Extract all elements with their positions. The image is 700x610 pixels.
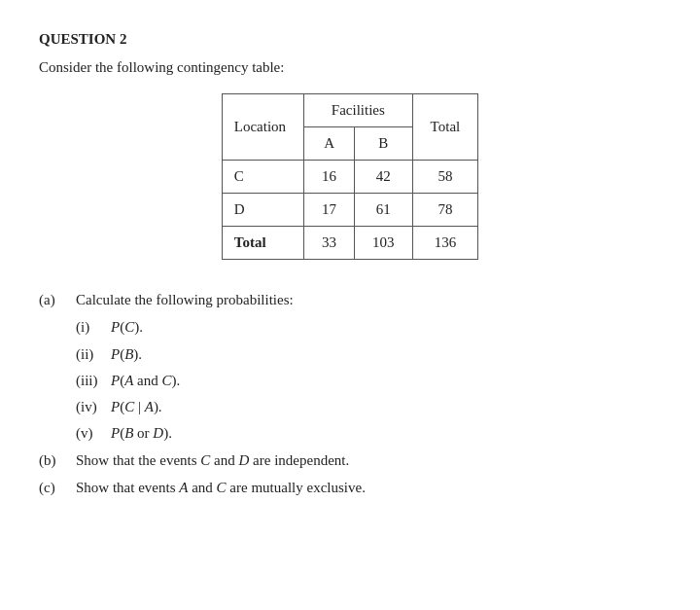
sub-part-i: (i) P(C). (76, 314, 661, 340)
row-label-total: Total (222, 227, 303, 260)
sub-part-v: (v) P(B or D). (76, 420, 661, 446)
table-row: D 17 61 78 (222, 194, 477, 227)
part-a: (a) Calculate the following probabilitie… (39, 287, 661, 312)
table-row-total: Total 33 103 136 (222, 227, 477, 260)
sub-part-iii: (iii) P(A and C). (76, 368, 661, 393)
cell-total-a: 33 (304, 227, 355, 260)
sub-parts-a: (i) P(C). (ii) P(B). (iii) P(A and C). (… (76, 314, 661, 446)
part-c-text: Show that events A and C are mutually ex… (76, 475, 366, 500)
part-a-text: Calculate the following probabilities: (76, 287, 294, 312)
facilities-header: Facilities (304, 94, 413, 127)
cell-d-a: 17 (304, 194, 355, 227)
sub-label-i: (i) (76, 314, 111, 340)
sub-text-iii: P(A and C). (111, 368, 180, 393)
part-a-label: (a) (39, 287, 76, 312)
sub-label-v: (v) (76, 420, 111, 446)
cell-total-total: 136 (412, 227, 478, 260)
question-title: QUESTION 2 (39, 31, 661, 48)
sub-label-iv: (iv) (76, 394, 111, 419)
cell-d-b: 61 (355, 194, 413, 227)
part-b-label: (b) (39, 448, 76, 473)
cell-c-a: 16 (304, 161, 355, 194)
sub-label-iii: (iii) (76, 368, 111, 393)
row-label-c: C (222, 161, 303, 194)
contingency-table: Location Facilities Total A B C 16 42 58… (222, 93, 478, 260)
question-intro: Consider the following contingency table… (39, 59, 661, 76)
col-header-b: B (355, 127, 413, 161)
part-c-label: (c) (39, 475, 76, 500)
sub-text-i: P(C). (111, 314, 143, 340)
sub-text-ii: P(B). (111, 341, 142, 367)
sub-text-iv: P(C | A). (111, 394, 162, 419)
col-header-a: A (304, 127, 355, 161)
part-c: (c) Show that events A and C are mutuall… (39, 475, 661, 500)
total-header: Total (412, 94, 478, 161)
sub-text-v: P(B or D). (111, 420, 172, 446)
contingency-table-wrapper: Location Facilities Total A B C 16 42 58… (39, 93, 661, 260)
sub-label-ii: (ii) (76, 341, 111, 367)
sub-part-ii: (ii) P(B). (76, 341, 661, 367)
cell-c-total: 58 (412, 161, 478, 194)
part-b: (b) Show that the events C and D are ind… (39, 448, 661, 473)
table-row: C 16 42 58 (222, 161, 477, 194)
parts-section: (a) Calculate the following probabilitie… (39, 287, 661, 500)
cell-d-total: 78 (412, 194, 478, 227)
part-b-text: Show that the events C and D are indepen… (76, 448, 349, 473)
location-header: Location (222, 94, 303, 161)
cell-c-b: 42 (355, 161, 413, 194)
row-label-d: D (222, 194, 303, 227)
sub-part-iv: (iv) P(C | A). (76, 394, 661, 419)
cell-total-b: 103 (355, 227, 413, 260)
